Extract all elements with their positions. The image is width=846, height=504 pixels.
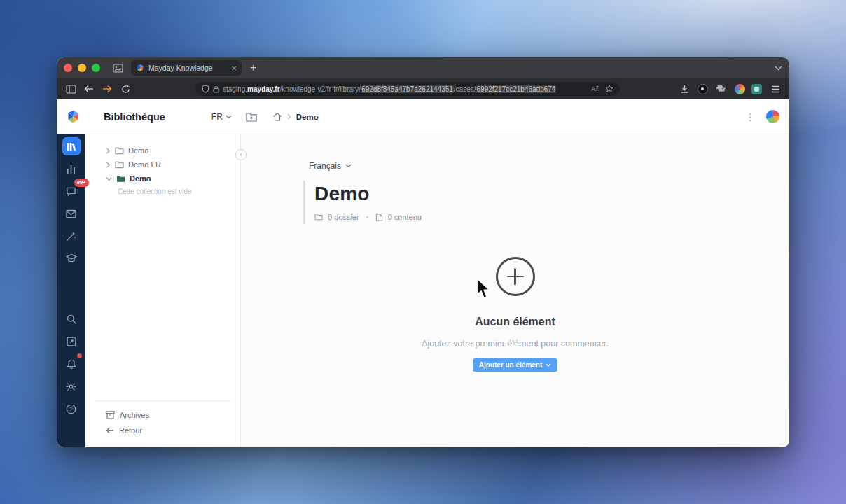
app-body: 99+ — [57, 134, 789, 447]
collection-stats: 0 dossier 0 contenu — [314, 213, 789, 221]
browser-tab-strip: Mayday Knowledge × + — [57, 57, 789, 78]
menu-icon[interactable] — [768, 82, 782, 96]
close-window-button[interactable] — [64, 64, 72, 72]
user-avatar[interactable] — [766, 110, 779, 123]
workspace-icon[interactable] — [751, 84, 762, 94]
more-options-icon[interactable]: ⋮ — [745, 112, 755, 122]
empty-state-subtitle: Ajoutez votre premier élément pour comme… — [241, 339, 789, 349]
extension-circle-icon[interactable] — [698, 84, 708, 94]
chevron-right-icon[interactable] — [106, 162, 111, 168]
rail-academy-icon[interactable] — [62, 249, 81, 267]
messages-count-badge: 99+ — [74, 178, 89, 187]
bookmark-star-icon[interactable] — [605, 85, 613, 93]
archive-icon — [106, 411, 115, 419]
chevron-down-icon — [546, 363, 551, 367]
reload-button[interactable] — [118, 82, 132, 96]
svg-text:A: A — [591, 86, 595, 92]
content-count: 0 contenu — [388, 213, 422, 221]
tree-item-demo-selected[interactable]: Demo — [85, 172, 240, 186]
folder-count: 0 dossier — [328, 213, 359, 221]
downloads-icon[interactable] — [677, 82, 691, 96]
chevron-right-icon[interactable] — [106, 148, 111, 154]
header-language-select[interactable]: FR — [212, 112, 232, 122]
archives-link[interactable]: Archives — [85, 407, 240, 423]
collection-title-block: Demo 0 dossier 0 contenu — [303, 181, 789, 224]
add-folder-icon[interactable] — [246, 112, 257, 122]
browser-window: Mayday Knowledge × + — [57, 57, 789, 447]
home-icon[interactable] — [272, 112, 282, 121]
breadcrumb-current[interactable]: Demo — [296, 113, 319, 121]
content-language-select[interactable]: Français — [309, 161, 352, 171]
rail-automation-icon[interactable] — [62, 227, 81, 245]
desktop: Mayday Knowledge × + — [0, 0, 846, 504]
chevron-down-icon[interactable] — [106, 176, 112, 181]
translate-icon[interactable]: A — [591, 85, 599, 93]
rail-mail-icon[interactable] — [62, 204, 81, 223]
back-button[interactable] — [82, 82, 96, 96]
rail-settings-icon[interactable] — [62, 377, 81, 396]
rail-help-icon[interactable]: ? — [62, 400, 81, 418]
collection-title: Demo — [314, 183, 789, 205]
tab-strip-chevron-icon[interactable] — [775, 66, 782, 71]
rail-notifications-icon[interactable] — [62, 355, 81, 373]
empty-collection-note: Cette collection est vide — [85, 188, 240, 195]
sidebar-toggle-icon[interactable] — [64, 82, 78, 96]
browser-toolbar: staging.mayday.fr/knowledge-v2/fr-fr/lib… — [57, 78, 789, 99]
address-bar[interactable]: staging.mayday.fr/knowledge-v2/fr-fr/lib… — [195, 82, 620, 96]
new-tab-button[interactable]: + — [250, 62, 256, 74]
tab-close-icon[interactable]: × — [231, 64, 237, 73]
browser-tab[interactable]: Mayday Knowledge × — [131, 60, 242, 76]
mayday-app: Bibliothèque FR Demo ⋮ — [57, 99, 789, 447]
breadcrumb: Demo — [272, 112, 319, 121]
folder-count-icon — [314, 214, 323, 220]
fullscreen-window-button[interactable] — [92, 64, 100, 72]
chevron-down-icon — [345, 164, 352, 168]
sidebar-footer: Archives Retour — [85, 400, 240, 447]
shield-icon[interactable] — [202, 85, 209, 93]
chevron-down-icon — [226, 115, 232, 119]
content-count-icon — [375, 214, 383, 221]
tree-item-label: Demo — [128, 146, 148, 155]
back-label: Retour — [119, 426, 142, 435]
sidebar-collapse-button[interactable]: ‹ — [235, 149, 247, 160]
rail-library-icon[interactable] — [62, 137, 81, 155]
folder-icon — [115, 147, 124, 155]
empty-state-title: Aucun élément — [241, 316, 789, 328]
tab-title: Mayday Knowledge — [148, 64, 227, 72]
add-element-button[interactable]: Ajouter un élément — [473, 358, 558, 372]
collections-sidebar: Demo Demo FR Demo Cette collection est v… — [85, 134, 241, 447]
rail-bottom-group: ? — [62, 310, 81, 422]
tree-item-label: Demo FR — [128, 160, 161, 169]
url-text: staging.mayday.fr/knowledge-v2/fr-fr/lib… — [223, 85, 588, 93]
folder-open-icon — [116, 175, 125, 183]
notification-dot — [77, 354, 82, 358]
dot-separator — [366, 216, 368, 218]
add-element-circle-icon[interactable] — [496, 257, 535, 296]
back-link[interactable]: Retour — [85, 423, 240, 438]
tab-overview-icon[interactable] — [110, 62, 125, 74]
rail-export-icon[interactable] — [62, 332, 81, 351]
folder-icon — [115, 161, 124, 169]
rail-search-icon[interactable] — [62, 310, 81, 328]
browser-profile-avatar[interactable] — [735, 84, 745, 94]
svg-text:?: ? — [69, 406, 73, 412]
rail-messages-icon[interactable]: 99+ — [62, 182, 81, 200]
arrow-left-icon — [106, 427, 114, 434]
tree-item-demo-fr[interactable]: Demo FR — [85, 158, 240, 172]
app-header: Bibliothèque FR Demo ⋮ — [57, 99, 789, 134]
forward-button[interactable] — [100, 82, 114, 96]
main-content: Français Demo 0 dossier 0 contenu — [241, 134, 789, 447]
extensions-puzzle-icon[interactable] — [714, 82, 728, 96]
window-controls — [64, 64, 100, 72]
rail-analytics-icon[interactable] — [62, 160, 81, 178]
archives-label: Archives — [120, 411, 149, 419]
empty-state: Aucun élément Ajoutez votre premier élém… — [241, 257, 789, 372]
mayday-logo-icon — [66, 109, 81, 124]
lock-icon[interactable] — [213, 85, 219, 93]
tree-item-demo[interactable]: Demo — [85, 144, 240, 158]
navigation-rail: 99+ — [57, 134, 85, 447]
divider — [95, 400, 230, 401]
breadcrumb-chevron-icon — [287, 113, 291, 120]
minimize-window-button[interactable] — [78, 64, 86, 72]
toolbar-right-icons — [677, 82, 782, 96]
